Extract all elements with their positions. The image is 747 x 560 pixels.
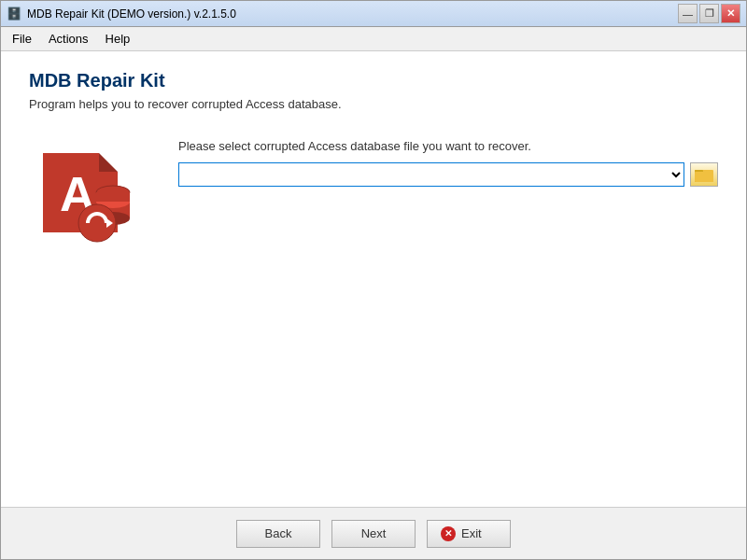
restore-button[interactable]: ❐ — [699, 4, 719, 23]
content-area: MDB Repair Kit Program helps you to reco… — [1, 51, 746, 507]
window-title: MDB Repair Kit (DEMO version.) v.2.1.5.0 — [27, 7, 236, 21]
close-button[interactable]: ✕ — [721, 4, 740, 23]
menu-actions[interactable]: Actions — [41, 29, 96, 49]
minimize-button[interactable]: — — [678, 4, 698, 23]
next-button[interactable]: Next — [331, 520, 416, 548]
exit-icon: ✕ — [441, 526, 456, 541]
browse-button[interactable] — [690, 162, 718, 187]
title-buttons: — ❐ ✕ — [678, 4, 740, 23]
form-label: Please select corrupted Access database … — [178, 139, 718, 153]
main-section: A Please select corrupted Access databas… — [29, 139, 718, 260]
file-dropdown[interactable] — [178, 162, 684, 187]
exit-label: Exit — [461, 526, 482, 540]
svg-marker-1 — [99, 153, 118, 172]
menu-bar: File Actions Help — [1, 27, 746, 51]
page-subtitle: Program helps you to recover corrupted A… — [29, 97, 718, 111]
menu-file[interactable]: File — [5, 29, 39, 49]
back-button[interactable]: Back — [236, 520, 320, 548]
svg-rect-12 — [695, 172, 713, 182]
file-input-row — [178, 162, 718, 187]
exit-button[interactable]: ✕ Exit — [427, 520, 511, 548]
title-bar: 🗄️ MDB Repair Kit (DEMO version.) v.2.1.… — [1, 1, 746, 27]
bottom-bar: Back Next ✕ Exit — [1, 507, 746, 559]
title-bar-left: 🗄️ MDB Repair Kit (DEMO version.) v.2.1.… — [7, 7, 236, 21]
app-icon: 🗄️ — [7, 7, 21, 21]
svg-rect-7 — [96, 192, 130, 202]
folder-icon — [695, 166, 713, 183]
form-section: Please select corrupted Access database … — [178, 139, 718, 187]
menu-help[interactable]: Help — [98, 29, 138, 49]
page-title: MDB Repair Kit — [29, 70, 718, 91]
main-window: 🗄️ MDB Repair Kit (DEMO version.) v.2.1.… — [0, 0, 747, 560]
app-logo: A — [34, 144, 146, 256]
logo-container: A — [29, 139, 150, 260]
